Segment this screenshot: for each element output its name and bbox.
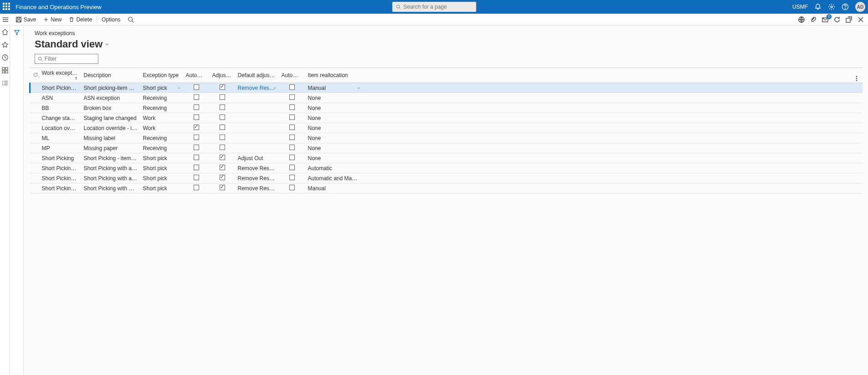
cell-adj[interactable] <box>210 143 235 153</box>
cell-auto2[interactable] <box>279 93 305 103</box>
cell-auto2[interactable] <box>279 163 305 173</box>
cell-auto2[interactable] <box>279 183 305 193</box>
cell-auto2[interactable] <box>279 143 305 153</box>
col-adj[interactable]: Adjust inv... <box>210 68 235 83</box>
cell-defadj[interactable]: Remove Res Adj ... <box>235 173 279 183</box>
cell-desc[interactable]: Short Picking - item not t... <box>81 153 140 163</box>
cell-realloc[interactable]: Automatic <box>305 163 363 173</box>
cell-type[interactable]: Receiving <box>140 133 183 143</box>
workspace-icon[interactable] <box>1 67 9 74</box>
cell-type[interactable]: Short pick <box>140 183 183 193</box>
row-marker[interactable] <box>30 103 39 113</box>
cell-desc[interactable]: ASN exception <box>81 93 140 103</box>
cell-defadj[interactable] <box>235 133 279 143</box>
col-type[interactable]: Exception type <box>140 68 183 83</box>
checkbox[interactable] <box>289 84 295 90</box>
cell-type[interactable]: Short pick <box>140 163 183 173</box>
checkbox[interactable] <box>220 155 225 160</box>
checkbox[interactable] <box>289 104 295 110</box>
table-row[interactable]: Short Picking AutoShort Picking with aut… <box>30 163 863 173</box>
gear-icon[interactable] <box>828 3 835 10</box>
company-label[interactable]: USMF <box>792 4 808 10</box>
cell-desc[interactable]: Short Picking with autom... <box>81 163 140 173</box>
bell-icon[interactable] <box>814 3 822 10</box>
cell-adj[interactable] <box>210 83 235 93</box>
cell-auto2[interactable] <box>279 133 305 143</box>
table-row[interactable]: MLMissing labelReceivingNone <box>30 133 863 143</box>
cell-auto2[interactable] <box>279 123 305 133</box>
table-row[interactable]: BBBroken boxReceivingNone <box>30 103 863 113</box>
row-marker[interactable] <box>30 133 39 143</box>
hamburger-icon[interactable] <box>2 16 9 23</box>
checkbox[interactable] <box>220 145 225 150</box>
cell-realloc[interactable]: None <box>305 93 363 103</box>
select-all-header[interactable] <box>30 68 39 83</box>
table-row[interactable]: Short PickingShort Picking - item not t.… <box>30 153 863 163</box>
col-auto1[interactable]: Automatic... <box>183 68 210 83</box>
checkbox[interactable] <box>194 185 199 190</box>
row-marker[interactable] <box>30 143 39 153</box>
cell-defadj[interactable]: Adjust Out <box>235 153 279 163</box>
cell-type[interactable]: Receiving <box>140 93 183 103</box>
checkbox[interactable] <box>194 155 199 160</box>
notification-icon[interactable]: 0 <box>822 16 829 23</box>
cell-code[interactable]: ML <box>39 133 81 143</box>
cell-code[interactable]: Short Picking Ma... <box>39 183 81 193</box>
cell-auto2[interactable] <box>279 173 305 183</box>
cell-adj[interactable] <box>210 173 235 183</box>
cell-auto2[interactable] <box>279 113 305 123</box>
cell-auto1[interactable] <box>183 103 210 113</box>
row-marker[interactable] <box>30 113 39 123</box>
row-marker[interactable] <box>30 123 39 133</box>
global-search-input[interactable] <box>403 4 472 10</box>
cell-code[interactable]: Short Picking Aut... <box>39 173 81 183</box>
cell-adj[interactable] <box>210 113 235 123</box>
cell-adj[interactable] <box>210 133 235 143</box>
cell-defadj[interactable]: Remove Res Adj ... <box>235 183 279 193</box>
cell-desc[interactable]: Missing label <box>81 133 140 143</box>
cell-defadj[interactable]: Remove Res A... <box>235 83 279 93</box>
checkbox[interactable] <box>289 145 295 150</box>
cell-defadj[interactable] <box>235 93 279 103</box>
close-icon[interactable] <box>857 16 864 23</box>
row-marker[interactable] <box>30 153 39 163</box>
cell-desc[interactable]: Short Picking with manua... <box>81 183 140 193</box>
column-options-icon[interactable] <box>853 75 860 82</box>
options-button[interactable]: Options <box>98 14 124 25</box>
checkbox[interactable] <box>194 135 199 140</box>
cell-defadj[interactable] <box>235 113 279 123</box>
cell-desc[interactable]: Short Picking with autom... <box>81 173 140 183</box>
table-row[interactable]: Location overrideLocation override - ite… <box>30 123 863 133</box>
col-desc[interactable]: Description <box>81 68 140 83</box>
app-launcher-icon[interactable] <box>3 3 11 11</box>
home-icon[interactable] <box>1 28 9 36</box>
checkbox[interactable] <box>220 94 225 100</box>
cell-auto2[interactable] <box>279 103 305 113</box>
table-row[interactable]: Change stagingStaging lane changedWorkNo… <box>30 113 863 123</box>
cell-desc[interactable]: Missing paper <box>81 143 140 153</box>
checkbox[interactable] <box>194 165 199 170</box>
globe-icon[interactable] <box>798 16 805 23</box>
cell-code[interactable]: Short Picking <box>39 153 81 163</box>
row-marker[interactable] <box>30 83 39 93</box>
cell-auto2[interactable] <box>279 153 305 163</box>
row-marker[interactable] <box>30 93 39 103</box>
checkbox[interactable] <box>194 115 199 120</box>
row-marker[interactable] <box>30 173 39 183</box>
checkbox[interactable] <box>220 175 225 180</box>
col-auto2[interactable]: Automatic... <box>279 68 305 83</box>
refresh-icon[interactable] <box>833 16 841 23</box>
cell-realloc[interactable]: Manual <box>305 83 363 93</box>
checkbox[interactable] <box>220 115 225 120</box>
delete-button[interactable]: Delete <box>65 14 96 25</box>
cell-type[interactable]: Short pick <box>140 173 183 183</box>
checkbox[interactable] <box>220 104 225 110</box>
checkbox[interactable] <box>289 185 295 190</box>
col-realloc[interactable]: Item reallocation <box>305 68 363 83</box>
recent-icon[interactable] <box>1 54 9 61</box>
star-icon[interactable] <box>1 41 9 48</box>
cell-auto1[interactable] <box>183 183 210 193</box>
col-defadj[interactable]: Default adjustment... <box>235 68 279 83</box>
attach-icon[interactable] <box>810 16 817 23</box>
checkbox[interactable] <box>194 175 199 180</box>
